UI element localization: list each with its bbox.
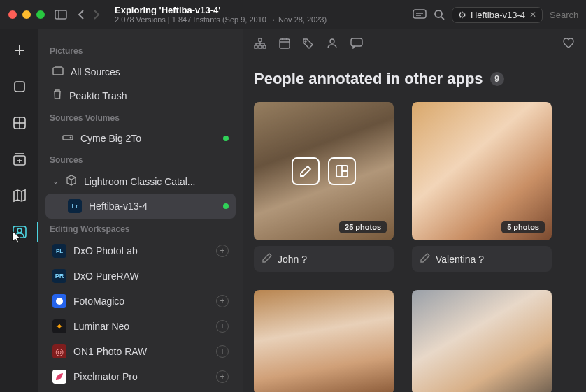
item-label: Lightroom Classic Catal...	[84, 176, 196, 187]
add-button[interactable]: +	[216, 370, 229, 383]
person-thumbnail[interactable]: 5 photos	[412, 102, 552, 240]
window-maximize-button[interactable]	[36, 10, 45, 19]
chat-bubble-icon[interactable]	[350, 38, 363, 52]
traffic-lights	[8, 10, 45, 19]
svg-point-39	[305, 41, 306, 42]
person-card[interactable]	[254, 290, 394, 392]
clear-filter-icon[interactable]: ✕	[529, 10, 536, 20]
sidebar-item-on1-photo-raw[interactable]: ◎ ON1 Photo RAW +	[45, 339, 236, 364]
sidebar-item-trash[interactable]: Peakto Trash	[45, 83, 236, 108]
rail-map-icon[interactable]	[10, 186, 29, 205]
grid-overlay-button[interactable]	[328, 157, 356, 185]
add-button[interactable]: +	[216, 295, 229, 307]
search-pill-text: Heftiba-v13-4	[471, 10, 525, 20]
person-caption[interactable]: Valentina ?	[412, 246, 552, 272]
sidebar-item-catalog[interactable]: ⌄ Lightroom Classic Catal...	[45, 169, 236, 194]
rail-square-icon[interactable]	[10, 77, 29, 96]
dxo-pureraw-icon: PR	[52, 269, 66, 283]
title-group: Exploring 'Heftiba-v13-4' 2 078 Versions…	[115, 5, 403, 25]
rail-people-icon[interactable]	[10, 222, 29, 242]
section-sources-volumes: Sources Volumes	[45, 108, 236, 127]
svg-line-6	[441, 17, 444, 20]
content-area: People annotated in other apps 9 25	[243, 29, 586, 392]
item-label: DxO PureRAW	[73, 270, 139, 282]
pixelmator-icon	[52, 370, 66, 384]
pill-gear-icon: ⚙	[458, 10, 466, 20]
section-editing-workspaces: Editing Workspaces	[45, 219, 236, 238]
search-filter-pill[interactable]: ⚙ Heftiba-v13-4 ✕	[452, 7, 543, 23]
search-icon[interactable]	[434, 9, 445, 20]
item-label: Pixelmator Pro	[73, 371, 138, 382]
person-icon[interactable]	[327, 38, 338, 52]
person-card[interactable]: 25 photos John ?	[254, 102, 394, 272]
svg-rect-27	[255, 45, 257, 48]
luminar-icon: ✦	[52, 319, 66, 333]
nav-forward-button[interactable]	[92, 9, 101, 20]
person-thumbnail[interactable]: 25 photos	[254, 102, 394, 240]
svg-rect-41	[351, 38, 362, 46]
window-minimize-button[interactable]	[22, 10, 31, 19]
pencil-icon	[420, 253, 430, 265]
svg-point-40	[330, 39, 334, 43]
item-label: FotoMagico	[73, 296, 124, 307]
titlebar: Exploring 'Heftiba-v13-4' 2 078 Versions…	[0, 0, 586, 29]
person-card[interactable]	[412, 290, 552, 392]
rail-grid-icon[interactable]	[10, 113, 29, 133]
sidebar-item-volume[interactable]: Cyme Big 2To	[45, 127, 236, 150]
add-button[interactable]: +	[216, 245, 229, 257]
person-thumbnail[interactable]	[254, 290, 394, 392]
window-subtitle: 2 078 Versions | 1 847 Instants (Sep 9, …	[115, 15, 403, 24]
svg-rect-28	[259, 45, 262, 48]
person-thumbnail[interactable]	[412, 290, 552, 392]
svg-point-5	[435, 10, 442, 17]
calendar-icon[interactable]	[279, 38, 290, 52]
on1-icon: ◎	[52, 344, 66, 358]
lightroom-icon: Lr	[68, 199, 82, 213]
photo-count-badge: 25 photos	[339, 221, 387, 233]
page-heading: People annotated in other apps	[254, 70, 483, 88]
search-input[interactable]	[550, 10, 578, 20]
item-label: All Sources	[71, 66, 120, 78]
edit-overlay-button[interactable]	[292, 157, 320, 185]
sidebar-item-dxo-photolab[interactable]: PL DxO PhotoLab +	[45, 238, 236, 263]
sidebar-item-all-sources[interactable]: All Sources	[45, 60, 236, 83]
sidebar-item-pixelmator-pro[interactable]: Pixelmator Pro +	[45, 364, 236, 389]
svg-rect-29	[263, 45, 266, 48]
window-close-button[interactable]	[8, 10, 17, 19]
svg-rect-0	[55, 10, 66, 19]
content-toolbar	[243, 29, 586, 60]
sidebar: Pictures All Sources Peakto Trash Source…	[38, 29, 243, 392]
section-albums: Albums	[45, 389, 236, 392]
thumbnail-overlay	[254, 102, 394, 240]
heart-icon[interactable]	[562, 38, 575, 52]
svg-rect-21	[53, 68, 63, 75]
disk-icon	[62, 133, 73, 144]
sidebar-item-fotomagico[interactable]: FotoMagico +	[45, 289, 236, 314]
svg-point-20	[17, 228, 22, 233]
item-label: Cyme Big 2To	[80, 133, 141, 144]
status-dot	[223, 203, 229, 209]
tag-icon[interactable]	[303, 38, 314, 52]
people-grid: 25 photos John ? 5 photos	[243, 95, 586, 392]
person-card[interactable]: 5 photos Valentina ?	[412, 102, 552, 272]
rail-add-button[interactable]	[10, 41, 29, 60]
svg-rect-2	[413, 10, 426, 18]
sidebar-item-dxo-pureraw[interactable]: PR DxO PureRAW	[45, 263, 236, 289]
nav-back-button[interactable]	[77, 9, 85, 20]
item-label: Peakto Trash	[69, 90, 127, 101]
chevron-down-icon[interactable]: ⌄	[52, 177, 59, 186]
item-label: DxO PhotoLab	[73, 245, 138, 256]
hierarchy-icon[interactable]	[254, 38, 266, 52]
add-button[interactable]: +	[216, 345, 229, 358]
sidebar-toggle-icon[interactable]	[55, 10, 67, 20]
rail-collection-icon[interactable]	[10, 150, 29, 169]
photo-count-badge: 5 photos	[501, 221, 545, 233]
sidebar-item-luminar-neo[interactable]: ✦ Luminar Neo +	[45, 314, 236, 339]
add-button[interactable]: +	[216, 320, 229, 333]
person-caption[interactable]: John ?	[254, 246, 394, 272]
sidebar-item-catalog-child[interactable]: Lr Heftiba-v13-4	[45, 194, 236, 219]
stack-icon	[52, 66, 64, 78]
svg-rect-26	[259, 38, 262, 41]
chat-icon[interactable]	[413, 9, 427, 20]
heading-row: People annotated in other apps 9	[243, 60, 586, 95]
